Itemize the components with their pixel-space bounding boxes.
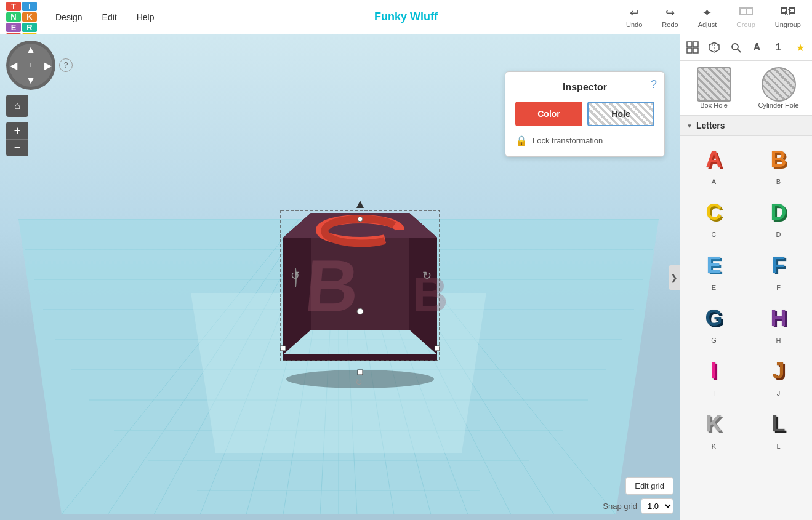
collapse-panel-button[interactable]: ❯ xyxy=(669,265,680,290)
hole-button[interactable]: Hole xyxy=(587,102,654,126)
number-view-button[interactable]: 1 xyxy=(770,38,788,57)
object-svg: B B ↺ xyxy=(265,188,456,398)
letter-b-item[interactable]: B B xyxy=(749,140,808,188)
star-view-button[interactable]: ★ xyxy=(791,38,810,57)
letter-f-item[interactable]: F F xyxy=(749,246,808,294)
cube-icon xyxy=(708,41,720,54)
box-hole-item[interactable]: Box Hole xyxy=(683,65,745,111)
letter-d-shape: D xyxy=(762,195,796,230)
lock-icon: 🔒 xyxy=(515,135,528,146)
text-view-button[interactable]: A xyxy=(748,38,766,57)
letter-g-item[interactable]: G G xyxy=(684,298,744,346)
logo-r: R xyxy=(22,23,37,32)
letters-grid: A A B B C C D D E E xyxy=(680,136,812,456)
group-button[interactable]: Group xyxy=(731,4,760,30)
cylinder-hole-label: Cylinder Hole xyxy=(758,102,798,109)
letter-j-shape: J xyxy=(762,354,796,388)
right-panel: A 1 ★ Box Hole Cylinder Hole ▼ xyxy=(680,34,812,520)
bottom-controls: Edit grid Snap grid 0.1 0.5 1.0 2.0 5.0 xyxy=(603,477,673,514)
svg-line-61 xyxy=(738,49,741,52)
holes-row: Box Hole Cylinder Hole xyxy=(680,61,812,116)
nav-center-icon: + xyxy=(28,61,33,70)
home-button[interactable]: ⌂ xyxy=(6,95,28,117)
nav-right-arrow: ▶ xyxy=(44,60,52,71)
letter-f-shape: F xyxy=(762,248,796,282)
letter-g-shape: G xyxy=(697,301,731,335)
inspector-lock: 🔒 Lock transformation xyxy=(515,135,654,146)
redo-icon: ↪ xyxy=(665,6,675,20)
group-icon xyxy=(739,6,753,20)
number-icon: 1 xyxy=(776,42,781,53)
logo[interactable]: T I N K E R C A xyxy=(6,2,37,33)
shapes-top-bar: A 1 ★ xyxy=(680,34,812,61)
zoom-out-button[interactable]: − xyxy=(6,139,28,156)
letter-l-shape: L xyxy=(762,407,796,441)
zoom-in-button[interactable]: + xyxy=(6,122,28,139)
svg-text:B: B xyxy=(302,244,362,327)
letter-h-item[interactable]: H H xyxy=(749,298,808,346)
adjust-icon: ✦ xyxy=(702,6,712,20)
left-controls: ▲ ▼ ◀ ▶ + ? ⌂ + − xyxy=(6,41,73,156)
svg-rect-53 xyxy=(687,42,692,47)
letter-i-shape: I xyxy=(697,354,731,388)
nav-edit-button[interactable]: Edit xyxy=(94,9,126,26)
nav-control[interactable]: ▲ ▼ ◀ ▶ + xyxy=(6,41,55,90)
svg-rect-43 xyxy=(281,346,286,351)
letter-a-shape: A xyxy=(697,142,731,177)
3d-view-button[interactable] xyxy=(705,38,723,57)
letter-l-item[interactable]: L L xyxy=(749,404,808,452)
canvas-area[interactable]: B B ↺ xyxy=(0,34,680,520)
undo-button[interactable]: ↩ Undo xyxy=(621,5,647,30)
adjust-button[interactable]: ✦ Adjust xyxy=(693,5,722,30)
search-icon xyxy=(730,41,742,54)
nav-help-circle[interactable]: ? xyxy=(59,58,73,72)
letter-a-item[interactable]: A A xyxy=(684,140,744,188)
nav-menu: Design Edit Help xyxy=(47,9,163,26)
main: B B ↺ xyxy=(0,34,812,520)
cylinder-hole-item[interactable]: Cylinder Hole xyxy=(747,65,810,111)
logo-t: T xyxy=(6,2,21,11)
nav-design-button[interactable]: Design xyxy=(47,9,91,26)
letter-j-item[interactable]: J J xyxy=(749,351,808,399)
text-icon: A xyxy=(754,42,761,53)
letter-k-shape: K xyxy=(697,407,731,441)
letter-i-item[interactable]: I I xyxy=(684,351,744,399)
grid-view-button[interactable] xyxy=(683,38,702,57)
star-icon: ★ xyxy=(796,42,805,54)
svg-text:↻: ↻ xyxy=(355,377,363,387)
logo-e: E xyxy=(6,23,21,32)
inspector-buttons: Color Hole xyxy=(515,102,654,126)
nav-help-button[interactable]: Help xyxy=(128,9,163,26)
nav-left-arrow: ◀ xyxy=(10,60,17,71)
letter-d-item[interactable]: D D xyxy=(749,193,808,241)
svg-rect-45 xyxy=(358,370,363,375)
ungroup-button[interactable]: Ungroup xyxy=(770,4,806,30)
section-expand-arrow: ▼ xyxy=(686,122,693,129)
snap-grid-select[interactable]: 0.1 0.5 1.0 2.0 5.0 xyxy=(641,498,673,514)
search-button[interactable] xyxy=(726,38,745,57)
lock-label: Lock transformation xyxy=(533,136,603,145)
inspector-help-icon[interactable]: ? xyxy=(651,78,657,91)
inspector-title: Inspector xyxy=(515,82,654,93)
nav-up-arrow: ▲ xyxy=(26,44,36,55)
snap-grid-label: Snap grid xyxy=(603,502,637,511)
svg-rect-0 xyxy=(740,8,746,14)
letter-e-shape: E xyxy=(697,248,731,282)
letters-section-header[interactable]: ▼ Letters xyxy=(680,116,812,136)
svg-rect-55 xyxy=(687,48,692,53)
svg-marker-47 xyxy=(356,201,364,208)
svg-point-60 xyxy=(732,44,738,50)
letter-k-item[interactable]: K K xyxy=(684,404,744,452)
3d-object[interactable]: B B ↺ xyxy=(265,188,456,400)
edit-grid-button[interactable]: Edit grid xyxy=(625,477,673,495)
color-button[interactable]: Color xyxy=(515,102,582,126)
letter-e-item[interactable]: E E xyxy=(684,246,744,294)
logo-k: K xyxy=(22,12,37,22)
undo-icon: ↩ xyxy=(630,6,639,20)
svg-rect-56 xyxy=(693,48,698,53)
redo-button[interactable]: ↪ Redo xyxy=(657,5,683,30)
nav-down-arrow: ▼ xyxy=(26,75,36,86)
letter-c-item[interactable]: C C xyxy=(684,193,744,241)
svg-rect-44 xyxy=(435,346,440,351)
svg-marker-38 xyxy=(283,354,437,361)
